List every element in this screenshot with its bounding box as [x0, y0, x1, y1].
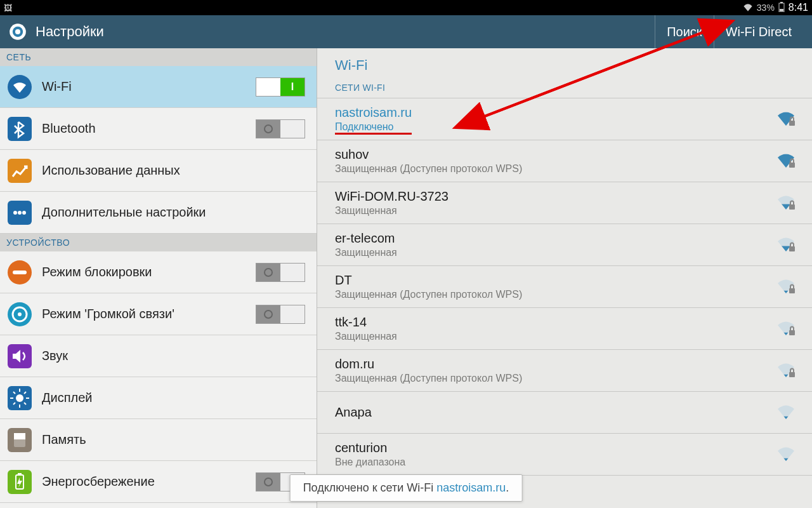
network-status: Вне диапазона	[335, 457, 405, 468]
sidebar-item-label: Режим 'Громкой связи'	[42, 307, 174, 321]
sidebar-item-power[interactable]: Энергосбережение	[0, 461, 317, 503]
network-ssid: DT	[335, 273, 522, 288]
toggle-drive[interactable]	[256, 305, 305, 324]
panel-title: Wi-Fi	[317, 48, 812, 77]
sidebar-item-wifi[interactable]: Wi-FiI	[0, 66, 317, 108]
svg-point-20	[16, 394, 23, 402]
network-ssid: centurion	[335, 441, 405, 455]
wifi-signal-icon	[776, 446, 794, 464]
svg-rect-1	[780, 2, 783, 3]
search-button[interactable]: Поиск	[655, 15, 713, 48]
drive-icon	[8, 302, 32, 326]
network-list[interactable]: nastroisam.ru Подключено suhov Защищенна…	[317, 98, 812, 476]
svg-point-11	[18, 211, 22, 215]
svg-rect-8	[8, 159, 32, 183]
svg-rect-14	[13, 271, 27, 274]
network-item[interactable]: suhov Защищенная (Доступен протокол WPS)	[317, 140, 812, 182]
network-ssid: Anapa	[335, 405, 372, 420]
toast: Подключено к сети Wi-Fi nastroisam.ru.	[290, 474, 523, 502]
network-status: Подключено	[335, 121, 412, 133]
wifi-signal-icon	[776, 194, 794, 212]
wifi-signal-icon	[776, 110, 794, 128]
svg-rect-41	[789, 372, 795, 377]
sidebar-item-more[interactable]: Дополнительные настройки	[0, 192, 317, 234]
status-bar: 🖼 33% 8:41	[0, 0, 812, 15]
sidebar-item-label: Память	[42, 432, 86, 447]
network-item[interactable]: dom.ru Защищенная (Доступен протокол WPS…	[317, 350, 812, 392]
network-ssid: ttk-14	[335, 315, 397, 330]
block-icon	[8, 260, 32, 284]
wifi-signal-icon	[776, 278, 794, 296]
svg-rect-36	[789, 163, 795, 168]
data-icon	[8, 159, 32, 183]
svg-rect-39	[789, 288, 795, 293]
display-icon	[8, 386, 32, 410]
network-status: Защищенная (Доступен протокол WPS)	[335, 289, 522, 300]
sidebar-item-label: Использование данных	[42, 163, 180, 178]
wifi-panel: Wi-Fi СЕТИ WI-FI nastroisam.ru Подключен…	[317, 48, 812, 508]
sidebar-item-label: Режим блокировки	[42, 265, 152, 279]
network-status: Защищенная	[335, 331, 397, 342]
svg-rect-38	[789, 246, 795, 251]
svg-rect-37	[789, 204, 795, 210]
sidebar-item-label: Звук	[42, 349, 68, 363]
sidebar-item-label: Дисплей	[42, 391, 93, 405]
sidebar-item-display[interactable]: Дисплей	[0, 377, 317, 419]
wifi-signal-icon	[776, 320, 794, 338]
sidebar-item-drive[interactable]: Режим 'Громкой связи'	[0, 293, 317, 335]
network-status: Защищенная	[335, 247, 397, 258]
svg-point-10	[13, 211, 17, 215]
toggle-bluetooth[interactable]	[256, 119, 305, 138]
sidebar-section-header: УСТРОЙСТВО	[0, 234, 317, 251]
action-bar: Настройки Поиск Wi-Fi Direct	[0, 15, 812, 48]
sidebar-item-label: Bluetooth	[42, 121, 96, 136]
toggle-block[interactable]	[256, 263, 305, 282]
wifi-signal-icon	[776, 236, 794, 254]
toast-link[interactable]: nastroisam.ru	[436, 481, 506, 494]
sound-icon	[8, 344, 32, 368]
sidebar-item-storage[interactable]: Память	[0, 419, 317, 461]
network-ssid: WiFi-DOM.RU-3723	[335, 189, 449, 204]
storage-icon	[8, 428, 32, 452]
screenshot-icon: 🖼	[4, 3, 12, 13]
svg-point-17	[18, 312, 22, 316]
clock: 8:41	[789, 2, 808, 13]
svg-rect-31	[14, 433, 25, 439]
sidebar-section-header: СЕТЬ	[0, 48, 317, 66]
toggle-wifi[interactable]: I	[256, 77, 305, 97]
page-title: Настройки	[36, 23, 104, 40]
wifi-icon	[8, 75, 32, 99]
wifi-signal-icon	[776, 362, 794, 380]
power-icon	[8, 470, 32, 494]
svg-point-12	[22, 211, 26, 215]
sidebar-item-block[interactable]: Режим блокировки	[0, 251, 317, 293]
sidebar-item-label: Энергосбережение	[42, 474, 155, 489]
network-item[interactable]: nastroisam.ru Подключено	[317, 98, 812, 140]
wifi-direct-button[interactable]: Wi-Fi Direct	[714, 15, 803, 48]
network-item[interactable]: ttk-14 Защищенная	[317, 308, 812, 350]
network-item[interactable]: centurion Вне диапазона	[317, 434, 812, 476]
svg-rect-2	[780, 9, 783, 11]
networks-header: СЕТИ WI-FI	[317, 77, 812, 98]
sidebar-item-bluetooth[interactable]: Bluetooth	[0, 108, 317, 150]
svg-point-5	[15, 29, 20, 34]
network-ssid: er-telecom	[335, 231, 397, 246]
battery-percent: 33%	[757, 3, 775, 13]
svg-rect-34	[18, 473, 22, 475]
network-item[interactable]: Anapa	[317, 392, 812, 434]
wifi-signal-icon	[776, 404, 794, 422]
network-ssid: nastroisam.ru	[335, 105, 412, 120]
more-icon	[8, 201, 32, 225]
sidebar-item-data[interactable]: Использование данных	[0, 150, 317, 192]
network-item[interactable]: WiFi-DOM.RU-3723 Защищенная	[317, 182, 812, 224]
settings-sidebar: СЕТЬ Wi-FiI Bluetooth Использование данн…	[0, 48, 317, 508]
sidebar-item-label: Wi-Fi	[42, 79, 72, 94]
sidebar-item-label: Дополнительные настройки	[42, 205, 206, 220]
wifi-status-icon	[743, 3, 753, 13]
network-item[interactable]: er-telecom Защищенная	[317, 224, 812, 266]
network-item[interactable]: DT Защищенная (Доступен протокол WPS)	[317, 266, 812, 308]
sidebar-item-sound[interactable]: Звук	[0, 335, 317, 377]
bluetooth-icon	[8, 117, 32, 141]
wifi-signal-icon	[776, 152, 794, 170]
svg-rect-35	[789, 121, 795, 126]
